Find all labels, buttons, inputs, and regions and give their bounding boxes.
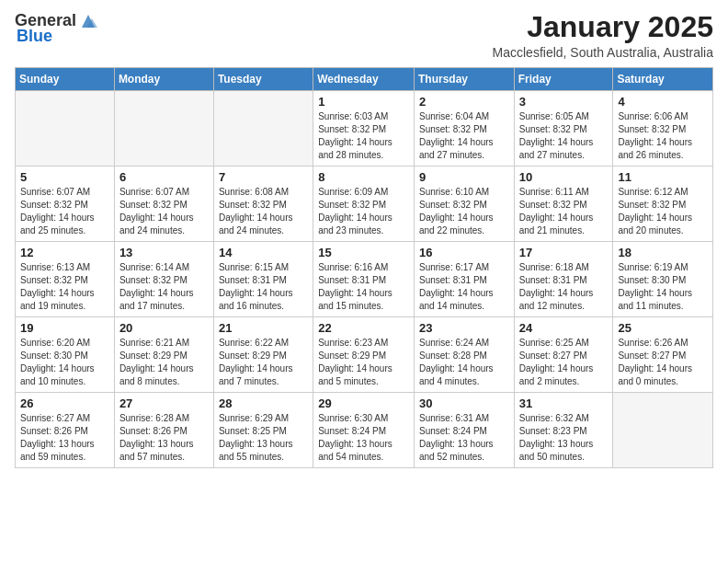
day-number: 8 (318, 170, 409, 184)
calendar-table: SundayMondayTuesdayWednesdayThursdayFrid… (15, 67, 713, 468)
col-header-tuesday: Tuesday (213, 68, 313, 91)
calendar-week-row: 1Sunrise: 6:03 AM Sunset: 8:32 PM Daylig… (16, 91, 713, 167)
day-info: Sunrise: 6:06 AM Sunset: 8:32 PM Dayligh… (618, 110, 708, 162)
calendar-cell: 15Sunrise: 6:16 AM Sunset: 8:31 PM Dayli… (313, 242, 415, 317)
day-number: 20 (119, 321, 209, 335)
day-number: 14 (219, 246, 308, 259)
day-number: 28 (219, 396, 308, 410)
calendar-cell: 20Sunrise: 6:21 AM Sunset: 8:29 PM Dayli… (114, 317, 213, 393)
day-number: 1 (318, 95, 409, 109)
day-number: 2 (419, 95, 509, 109)
day-number: 4 (618, 95, 708, 109)
day-info: Sunrise: 6:11 AM Sunset: 8:32 PM Dayligh… (519, 186, 609, 237)
day-info: Sunrise: 6:14 AM Sunset: 8:32 PM Dayligh… (119, 261, 209, 313)
col-header-saturday: Saturday (613, 68, 713, 91)
day-info: Sunrise: 6:30 AM Sunset: 8:24 PM Dayligh… (318, 412, 409, 464)
calendar-week-row: 5Sunrise: 6:07 AM Sunset: 8:32 PM Daylig… (16, 167, 713, 242)
day-number: 6 (119, 170, 209, 184)
calendar-cell: 3Sunrise: 6:05 AM Sunset: 8:32 PM Daylig… (514, 91, 613, 167)
day-number: 26 (20, 396, 109, 410)
day-number: 23 (419, 321, 509, 335)
day-info: Sunrise: 6:28 AM Sunset: 8:26 PM Dayligh… (119, 412, 209, 464)
day-info: Sunrise: 6:29 AM Sunset: 8:25 PM Dayligh… (219, 412, 308, 464)
day-info: Sunrise: 6:09 AM Sunset: 8:32 PM Dayligh… (318, 186, 409, 237)
calendar-cell: 28Sunrise: 6:29 AM Sunset: 8:25 PM Dayli… (213, 393, 313, 468)
calendar-cell: 31Sunrise: 6:32 AM Sunset: 8:23 PM Dayli… (514, 393, 613, 468)
calendar-cell: 22Sunrise: 6:23 AM Sunset: 8:29 PM Dayli… (313, 317, 415, 393)
month-title: January 2025 (493, 11, 713, 43)
calendar-cell (613, 393, 713, 468)
day-number: 9 (419, 170, 509, 184)
day-number: 31 (519, 396, 609, 410)
day-info: Sunrise: 6:07 AM Sunset: 8:32 PM Dayligh… (119, 186, 209, 237)
day-number: 29 (318, 396, 409, 410)
day-info: Sunrise: 6:26 AM Sunset: 8:27 PM Dayligh… (618, 337, 708, 388)
col-header-friday: Friday (514, 68, 613, 91)
calendar-cell: 18Sunrise: 6:19 AM Sunset: 8:30 PM Dayli… (613, 242, 713, 317)
calendar-cell: 29Sunrise: 6:30 AM Sunset: 8:24 PM Dayli… (313, 393, 415, 468)
day-info: Sunrise: 6:23 AM Sunset: 8:29 PM Dayligh… (318, 337, 409, 388)
calendar-cell (213, 91, 313, 167)
day-number: 12 (20, 246, 109, 259)
calendar-cell: 10Sunrise: 6:11 AM Sunset: 8:32 PM Dayli… (514, 167, 613, 242)
day-info: Sunrise: 6:27 AM Sunset: 8:26 PM Dayligh… (20, 412, 109, 464)
calendar-cell: 12Sunrise: 6:13 AM Sunset: 8:32 PM Dayli… (16, 242, 115, 317)
calendar-cell (16, 91, 115, 167)
calendar-cell (114, 91, 213, 167)
calendar-cell: 30Sunrise: 6:31 AM Sunset: 8:24 PM Dayli… (414, 393, 514, 468)
calendar-cell: 9Sunrise: 6:10 AM Sunset: 8:32 PM Daylig… (414, 167, 514, 242)
calendar-cell: 27Sunrise: 6:28 AM Sunset: 8:26 PM Dayli… (114, 393, 213, 468)
calendar-cell: 21Sunrise: 6:22 AM Sunset: 8:29 PM Dayli… (213, 317, 313, 393)
col-header-monday: Monday (114, 68, 213, 91)
day-info: Sunrise: 6:31 AM Sunset: 8:24 PM Dayligh… (419, 412, 509, 464)
calendar-cell: 26Sunrise: 6:27 AM Sunset: 8:26 PM Dayli… (16, 393, 115, 468)
calendar-cell: 6Sunrise: 6:07 AM Sunset: 8:32 PM Daylig… (114, 167, 213, 242)
day-info: Sunrise: 6:19 AM Sunset: 8:30 PM Dayligh… (618, 261, 708, 313)
day-info: Sunrise: 6:22 AM Sunset: 8:29 PM Dayligh… (219, 337, 308, 388)
day-info: Sunrise: 6:32 AM Sunset: 8:23 PM Dayligh… (519, 412, 609, 464)
day-info: Sunrise: 6:04 AM Sunset: 8:32 PM Dayligh… (419, 110, 509, 162)
calendar-cell: 23Sunrise: 6:24 AM Sunset: 8:28 PM Dayli… (414, 317, 514, 393)
day-info: Sunrise: 6:18 AM Sunset: 8:31 PM Dayligh… (519, 261, 609, 313)
day-info: Sunrise: 6:10 AM Sunset: 8:32 PM Dayligh… (419, 186, 509, 237)
day-number: 16 (419, 246, 509, 259)
day-info: Sunrise: 6:08 AM Sunset: 8:32 PM Dayligh… (219, 186, 308, 237)
day-number: 15 (318, 246, 409, 259)
location: Macclesfield, South Australia, Australia (493, 45, 713, 60)
day-number: 30 (419, 396, 509, 410)
calendar-cell: 7Sunrise: 6:08 AM Sunset: 8:32 PM Daylig… (213, 167, 313, 242)
day-number: 19 (20, 321, 109, 335)
calendar-cell: 4Sunrise: 6:06 AM Sunset: 8:32 PM Daylig… (613, 91, 713, 167)
calendar-header-row: SundayMondayTuesdayWednesdayThursdayFrid… (16, 68, 713, 91)
logo-blue-text: Blue (17, 28, 52, 46)
calendar-cell: 17Sunrise: 6:18 AM Sunset: 8:31 PM Dayli… (514, 242, 613, 317)
day-number: 3 (519, 95, 609, 109)
col-header-wednesday: Wednesday (313, 68, 415, 91)
calendar-cell: 5Sunrise: 6:07 AM Sunset: 8:32 PM Daylig… (16, 167, 115, 242)
day-number: 13 (119, 246, 209, 259)
calendar-cell: 24Sunrise: 6:25 AM Sunset: 8:27 PM Dayli… (514, 317, 613, 393)
calendar-cell: 8Sunrise: 6:09 AM Sunset: 8:32 PM Daylig… (313, 167, 415, 242)
calendar-cell: 14Sunrise: 6:15 AM Sunset: 8:31 PM Dayli… (213, 242, 313, 317)
day-number: 7 (219, 170, 308, 184)
title-block: January 2025 Macclesfield, South Austral… (493, 11, 713, 60)
day-info: Sunrise: 6:25 AM Sunset: 8:27 PM Dayligh… (519, 337, 609, 388)
day-number: 21 (219, 321, 308, 335)
calendar-cell: 11Sunrise: 6:12 AM Sunset: 8:32 PM Dayli… (613, 167, 713, 242)
calendar-week-row: 26Sunrise: 6:27 AM Sunset: 8:26 PM Dayli… (16, 393, 713, 468)
day-info: Sunrise: 6:15 AM Sunset: 8:31 PM Dayligh… (219, 261, 308, 313)
col-header-thursday: Thursday (414, 68, 514, 91)
day-number: 25 (618, 321, 708, 335)
day-info: Sunrise: 6:24 AM Sunset: 8:28 PM Dayligh… (419, 337, 509, 388)
calendar-week-row: 12Sunrise: 6:13 AM Sunset: 8:32 PM Dayli… (16, 242, 713, 317)
calendar-cell: 16Sunrise: 6:17 AM Sunset: 8:31 PM Dayli… (414, 242, 514, 317)
calendar-cell: 13Sunrise: 6:14 AM Sunset: 8:32 PM Dayli… (114, 242, 213, 317)
day-number: 27 (119, 396, 209, 410)
day-number: 18 (618, 246, 708, 259)
calendar-week-row: 19Sunrise: 6:20 AM Sunset: 8:30 PM Dayli… (16, 317, 713, 393)
day-info: Sunrise: 6:21 AM Sunset: 8:29 PM Dayligh… (119, 337, 209, 388)
logo: General Blue (15, 11, 98, 46)
calendar-cell: 2Sunrise: 6:04 AM Sunset: 8:32 PM Daylig… (414, 91, 514, 167)
day-number: 11 (618, 170, 708, 184)
day-info: Sunrise: 6:07 AM Sunset: 8:32 PM Dayligh… (20, 186, 109, 237)
